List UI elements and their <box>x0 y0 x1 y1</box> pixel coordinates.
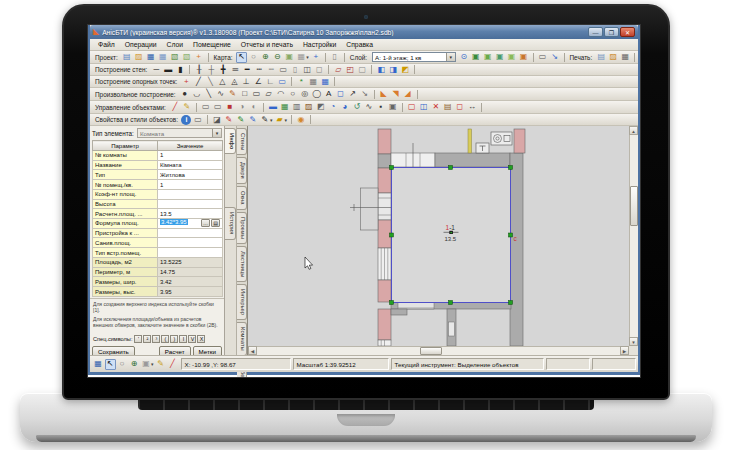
wall-column-icon[interactable]: ▮ <box>175 64 186 75</box>
background-image-icon[interactable]: ▦ <box>296 52 307 63</box>
maximize-button[interactable]: ❐ <box>604 27 619 37</box>
find-layer-icon[interactable]: ⊙ <box>458 52 469 63</box>
menu-помещение[interactable]: Помещение <box>188 41 236 48</box>
wall-right-half-icon[interactable]: ◨ <box>388 64 399 75</box>
chevron-down-icon[interactable]: ▾ <box>212 129 221 137</box>
wall-join-heavy-icon[interactable]: ╋ <box>218 64 229 75</box>
formula-ellipsis-button[interactable]: … <box>201 219 210 227</box>
group-objects-icon[interactable]: ▦ <box>279 102 290 113</box>
value-cell[interactable]: 3.95 <box>158 287 223 297</box>
value-cell[interactable]: 3.42 <box>158 277 223 287</box>
delete-frame-icon[interactable]: ▢ <box>406 102 417 113</box>
ungroup-objects-icon[interactable]: ▥ <box>291 102 302 113</box>
perpendicular-icon[interactable]: ⊥ <box>241 76 252 87</box>
measure-icon[interactable]: ╱ <box>167 359 178 370</box>
special-symbol-button[interactable]: ³ <box>152 335 160 343</box>
horizontal-scrollbar[interactable]: ◀ ▶ <box>248 346 629 355</box>
wall-thick-icon[interactable]: ▬ <box>163 64 174 75</box>
layer-pointer-icon[interactable]: ↘ <box>549 52 560 63</box>
mirror-object-icon[interactable]: ◩ <box>315 102 326 113</box>
draw-pencil-icon[interactable]: ✎ <box>227 89 238 100</box>
meter-fixture[interactable] <box>476 143 489 153</box>
layer-frame-icon[interactable]: ▭ <box>537 52 548 63</box>
layer-mark-icon[interactable]: ▣ <box>518 52 529 63</box>
chevron-down-icon[interactable]: ▾ <box>151 361 154 367</box>
rotate-270-icon[interactable]: ◕ <box>339 102 350 113</box>
object-list-icon[interactable]: ▤ <box>442 102 453 113</box>
rotate-ccw-icon[interactable]: ◐ <box>248 102 259 113</box>
value-cell[interactable] <box>158 228 223 238</box>
import-project-icon[interactable]: ▧ <box>181 52 192 63</box>
object-fill-icon[interactable]: ■ <box>224 102 235 113</box>
select-cursor-icon[interactable]: ↖ <box>236 52 247 63</box>
pen-blue-icon[interactable]: ✎ <box>247 114 258 125</box>
move-origin-icon[interactable]: + <box>193 52 204 63</box>
object-tab-окна[interactable]: Окна <box>237 186 247 209</box>
scroll-up-icon[interactable]: ▲ <box>629 126 638 135</box>
edit-icon[interactable]: ✎ <box>155 359 166 370</box>
triangle-mid-icon[interactable]: ◬ <box>229 76 240 87</box>
object-tab-проемы[interactable]: Проемы <box>237 212 247 244</box>
print-icon[interactable]: ▦ <box>620 52 631 63</box>
export-project-icon[interactable]: ▧ <box>169 52 180 63</box>
save-icon[interactable]: ▦ <box>93 359 104 370</box>
hatch-fill-icon[interactable]: ▨ <box>303 102 314 113</box>
node-edit-icon[interactable]: ▣ <box>387 102 398 113</box>
value-cell[interactable]: 1 <box>158 151 223 161</box>
object-info-icon[interactable]: i <box>181 115 191 125</box>
left-wall[interactable] <box>378 129 391 346</box>
chevron-down-icon[interactable]: ▾ <box>446 53 455 61</box>
triangle-point-icon[interactable]: △ <box>217 76 228 87</box>
special-symbol-button[interactable]: ² <box>143 335 151 343</box>
zoom-in-icon[interactable]: ⊕ <box>260 52 271 63</box>
rect-points-icon[interactable]: ▭ <box>277 76 288 87</box>
wall-join-cross-icon[interactable]: ┼ <box>206 64 217 75</box>
align-horizontal-icon[interactable]: ▬ <box>267 102 278 113</box>
select-cursor-icon[interactable]: ↖ <box>105 359 116 370</box>
zoom-out-icon[interactable]: ⊖ <box>272 52 283 63</box>
draw-rect-wide-icon[interactable]: ▭ <box>251 89 262 100</box>
point-add-icon[interactable]: + <box>181 76 192 87</box>
value-cell[interactable]: 13.5225 <box>158 257 223 267</box>
value-cell[interactable]: 3.42*3.95▤… <box>158 219 223 229</box>
ruler-icon[interactable]: ▯ <box>329 52 340 63</box>
grid-icon[interactable]: ▦ <box>308 76 319 87</box>
riser-pipe[interactable] <box>468 129 472 153</box>
bottom-walls[interactable] <box>391 302 511 346</box>
value-cell[interactable]: Житлова <box>158 170 223 180</box>
value-cell[interactable] <box>158 189 223 199</box>
image-icon[interactable]: ▣ <box>141 359 152 370</box>
formula-list-button[interactable]: ▤ <box>211 219 220 227</box>
object-tab-комнаты[interactable]: Комнаты <box>237 322 247 356</box>
corner-top-right-icon[interactable]: ◥ <box>390 89 401 100</box>
special-symbol-button[interactable]: X <box>197 335 205 343</box>
drawing-canvas[interactable]: 1-1 13.5 с <box>247 126 638 355</box>
reference-line-back-icon[interactable]: ╲ <box>205 76 216 87</box>
style-picker-icon[interactable]: ◪ <box>211 114 222 125</box>
print-preview-icon[interactable]: ▤ <box>596 52 607 63</box>
draw-ellipse-icon[interactable]: ◯ <box>311 89 322 100</box>
layer-combo[interactable]: А: 1-й этаж; 1 кв▾ <box>372 52 456 62</box>
split-object-icon[interactable]: ◫ <box>418 102 429 113</box>
balcony-outline[interactable] <box>361 188 379 230</box>
wall-double-icon[interactable]: ═ <box>230 64 241 75</box>
wall-heavy-icon[interactable]: ━ <box>242 64 253 75</box>
panel-tab-history[interactable]: История <box>225 207 236 239</box>
chevron-down-icon[interactable]: ▾ <box>270 117 273 123</box>
delete-object-icon[interactable]: ✕ <box>430 102 441 113</box>
selected-room[interactable]: 1-1 13.5 <box>390 166 513 305</box>
wall-join-t-icon[interactable]: ╂ <box>194 64 205 75</box>
floor-plan[interactable]: 1-1 13.5 с <box>248 126 634 346</box>
right-angle-icon[interactable]: ∟ <box>265 76 276 87</box>
value-cell[interactable] <box>158 238 223 248</box>
save-project-as-icon[interactable]: ▦ <box>157 52 168 63</box>
object-size-icon[interactable]: ▭ <box>200 102 211 113</box>
object-tab-интерьер[interactable]: Интерьер <box>237 284 247 320</box>
wall-thin-icon[interactable]: ─ <box>151 64 162 75</box>
wall-diagonal-icon[interactable]: ◩ <box>400 64 411 75</box>
refresh-view-icon[interactable]: ○ <box>248 52 259 63</box>
corner-bottom-right-icon[interactable]: ◢ <box>402 89 413 100</box>
star-point-icon[interactable]: * <box>296 76 307 87</box>
print-image-icon[interactable]: ▨ <box>608 52 619 63</box>
wall-window-icon[interactable]: ◫ <box>302 64 313 75</box>
